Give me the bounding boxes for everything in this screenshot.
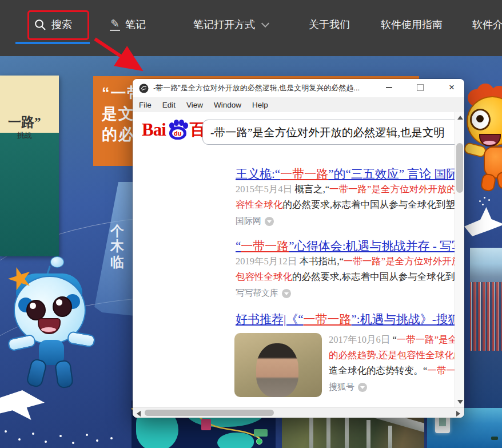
map-marker-pink xyxy=(201,419,211,430)
mascot-leg xyxy=(26,358,48,388)
horizontal-scrollbar[interactable] xyxy=(133,407,464,418)
search-result: 王义桅:“一带一路”的“三五效应” 言论 国际 2015年5月4日 概言之,“一… xyxy=(236,167,455,227)
baidu-results-page: Bai du 百度 王义桅:“一带一路”的“三五效应” 言论 国际 2015年5… xyxy=(133,112,455,407)
result-source: 写写帮文库 xyxy=(236,288,455,299)
menu-edit[interactable]: Edit xyxy=(162,101,176,109)
nav-item-guide[interactable]: 软件使用指南 xyxy=(381,16,443,33)
close-button[interactable]: × xyxy=(440,79,463,96)
result-snippet: 造全球化的态势转变。“一带一路 xyxy=(329,363,455,378)
goldfish-eye xyxy=(470,109,491,130)
map-marker-green xyxy=(254,429,268,437)
nav-label: 关于我们 xyxy=(309,18,350,31)
result-source: 国际网 xyxy=(236,216,455,227)
result-title-link[interactable]: 王义桅:“一带一路”的“三五效应” 言论 国际 xyxy=(236,167,455,181)
chevron-down-icon xyxy=(261,19,269,27)
book-title-text: 一路” xyxy=(8,113,41,131)
minimize-button[interactable] xyxy=(377,79,400,96)
search-result-window: -带一路”是全方位对外开放的必然逻辑,也是文明复兴的必然趋... × File … xyxy=(133,79,464,418)
mascot-eye xyxy=(26,300,46,320)
dove-shape xyxy=(464,207,502,240)
mascot-arm xyxy=(7,334,37,351)
baidu-logo-du: du xyxy=(172,129,184,137)
book-subtitle-text: 挑战 xyxy=(17,130,32,141)
baidu-logo-bai: Bai xyxy=(142,120,166,140)
window-title: -带一路”是全方位对外开放的必然逻辑,也是文明复兴的必然趋... xyxy=(153,83,382,93)
bridge-pier xyxy=(345,415,349,448)
menu-view[interactable]: View xyxy=(186,101,203,109)
mascot-eye xyxy=(53,296,72,317)
maximize-button[interactable] xyxy=(409,79,432,96)
result-snippet: 2017年10月6日 “一带一路”是全方 xyxy=(329,332,455,347)
app-window: 一路” 挑战 “一带 是文 的必 个 木 临 xyxy=(0,0,502,448)
search-input[interactable] xyxy=(202,120,455,145)
scroll-right-arrow[interactable] xyxy=(456,411,460,417)
window-titlebar[interactable]: -带一路”是全方位对外开放的必然逻辑,也是文明复兴的必然趋... × xyxy=(133,79,464,97)
source-badge-icon[interactable] xyxy=(358,383,367,392)
result-snippet: 包容性全球化的必然要求,标志着中国从参与全球化到塑造 xyxy=(236,269,455,284)
mascot-arm xyxy=(66,331,95,348)
portrait xyxy=(256,343,298,397)
mascot-leg xyxy=(54,359,74,388)
baidu-paw-icon: du xyxy=(168,120,188,140)
menu-file[interactable]: File xyxy=(139,101,152,109)
book-cover-bottom xyxy=(0,133,59,256)
menu-help[interactable]: Help xyxy=(252,101,268,109)
search-result: “一带一路”心得体会:机遇与挑战并存 - 写写 2019年5月12日 本书指出,… xyxy=(236,239,455,299)
source-name: 写写帮文库 xyxy=(236,288,278,299)
nav-item-notes[interactable]: ✎ 笔记 xyxy=(110,16,146,33)
active-tab-underline xyxy=(15,42,90,44)
result-snippet: 的必然趋势,还是包容性全球化的 xyxy=(329,347,455,363)
nav-label: 软件介绍 xyxy=(472,18,502,31)
nav-item-note-open-mode[interactable]: 笔记打开方式 xyxy=(193,16,268,33)
source-name: 搜狐号 xyxy=(329,382,354,393)
app-icon xyxy=(139,84,149,93)
dove-dots xyxy=(479,200,481,202)
bridge-pier xyxy=(366,420,370,448)
result-thumbnail-photo[interactable] xyxy=(234,333,322,397)
annotation-arrow xyxy=(87,34,151,79)
result-title-link[interactable]: “一带一路”心得体会:机遇与挑战并存 - 写写 xyxy=(236,239,455,253)
menu-window[interactable]: Window xyxy=(214,101,241,109)
harbor-photo xyxy=(470,248,502,409)
banner-line: 的必 xyxy=(102,124,135,145)
nav-label: 笔记打开方式 xyxy=(193,18,255,31)
bridge-pier xyxy=(388,426,392,448)
result-snippet: 容性全球化的必然要求,标志着中国从参与全球化到塑造全 xyxy=(236,197,455,212)
scroll-down-arrow[interactable] xyxy=(457,400,463,404)
search-result-body: 2017年10月6日 “一带一路”是全方 的必然趋势,还是包容性全球化的 造全球… xyxy=(329,332,455,393)
source-badge-icon[interactable] xyxy=(282,289,291,298)
scroll-left-arrow[interactable] xyxy=(137,411,141,417)
source-name: 国际网 xyxy=(236,216,261,227)
water-drop-mascot xyxy=(3,256,103,402)
pencil-icon: ✎ xyxy=(110,18,120,31)
nav-label: 笔记 xyxy=(125,18,146,31)
ribbon-char: 临 xyxy=(110,253,124,271)
small-boat xyxy=(491,437,498,440)
nav-item-about[interactable]: 关于我们 xyxy=(309,16,350,33)
source-badge-icon[interactable] xyxy=(265,217,274,226)
result-snippet: 2015年5月4日 概言之,“一带一路”是全方位对外开放的必然 xyxy=(236,181,455,197)
search-result: 好书推荐|《“一带一路”:机遇与挑战》-搜狐 xyxy=(236,312,455,327)
book-cover-image: 一路” 挑战 xyxy=(0,76,59,256)
result-title-link[interactable]: 好书推荐|《“一带一路”:机遇与挑战》-搜狐 xyxy=(236,312,455,327)
harbor-city-detail xyxy=(470,282,502,351)
result-source: 搜狐号 xyxy=(329,382,455,393)
nav-label: 软件使用指南 xyxy=(381,18,443,31)
scroll-up-arrow[interactable] xyxy=(457,116,463,120)
window-menubar: File Edit View Window Help xyxy=(133,97,464,112)
horizontal-scroll-thumb[interactable] xyxy=(145,410,274,416)
annotation-highlight-box xyxy=(27,10,89,40)
mascot-bubble xyxy=(50,256,64,268)
result-snippet: 2019年5月12日 本书指出,“一带一路”是全方位对外开放的 xyxy=(236,253,455,269)
vertical-scrollbar[interactable] xyxy=(455,112,464,407)
white-dots xyxy=(5,430,7,433)
goldfish-leg xyxy=(480,173,497,192)
goldfish-mascot xyxy=(464,84,502,189)
nav-item-intro[interactable]: 软件介绍 xyxy=(472,16,502,33)
vertical-scroll-thumb[interactable] xyxy=(456,143,463,193)
map-marker-dot xyxy=(256,438,262,445)
banner-line: 是文 xyxy=(102,104,135,124)
